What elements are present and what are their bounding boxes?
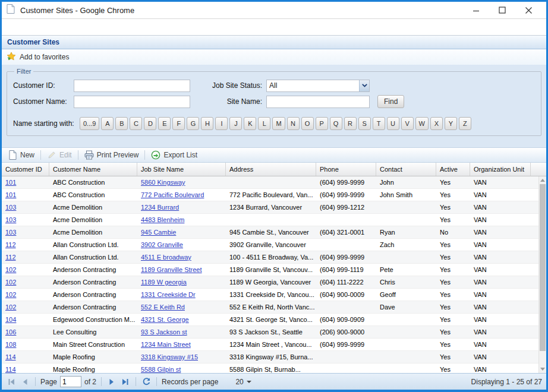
customer-id-link[interactable]: 103: [5, 204, 16, 211]
job-site-name-link[interactable]: 1189 Granville Street: [141, 266, 202, 273]
maximize-button[interactable]: [489, 2, 515, 18]
table-row[interactable]: 106Lee Consulting93 S Jackson st93 S Jac…: [2, 326, 538, 339]
job-site-name-link[interactable]: 1234 Burrard: [141, 204, 179, 211]
alpha-button-D[interactable]: D: [144, 117, 156, 130]
alpha-button-X[interactable]: X: [430, 117, 443, 130]
alpha-button-E[interactable]: E: [158, 117, 171, 130]
table-row[interactable]: 114Maple Roofing3318 Kingsway #153318 Ki…: [2, 351, 538, 363]
alpha-button-L[interactable]: L: [258, 117, 270, 130]
alpha-button-V[interactable]: V: [401, 117, 414, 130]
alpha-button-C[interactable]: C: [130, 117, 142, 130]
alpha-button-09[interactable]: 0...9: [80, 117, 99, 130]
job-site-name-link[interactable]: 1331 Creekside Dr: [141, 291, 196, 298]
customer-id-link[interactable]: 103: [5, 229, 16, 236]
find-button[interactable]: Find: [377, 95, 404, 108]
customer-id-link[interactable]: 108: [5, 341, 16, 348]
job-site-name-link[interactable]: 1189 W georgia: [141, 279, 187, 286]
customer-id-link[interactable]: 112: [5, 254, 16, 261]
table-row[interactable]: 112Allan Construction Ltd.4511 E broadwa…: [2, 251, 538, 264]
alpha-button-K[interactable]: K: [244, 117, 256, 130]
customer-id-link[interactable]: 102: [5, 279, 16, 286]
job-site-name-link[interactable]: 945 Cambie: [141, 229, 176, 236]
customer-id-link[interactable]: 101: [5, 179, 16, 186]
alpha-button-S[interactable]: S: [358, 117, 371, 130]
alpha-button-U[interactable]: U: [387, 117, 399, 130]
last-page-button[interactable]: [120, 377, 131, 387]
job-site-name-link[interactable]: 552 E Keith Rd: [141, 304, 185, 311]
alpha-button-Z[interactable]: Z: [459, 117, 471, 130]
table-row[interactable]: 103Acme Demolition4483 BlenheimYesVAN: [2, 214, 538, 226]
job-site-name-link[interactable]: 5588 Gilpin st: [141, 366, 181, 373]
job-site-name-link[interactable]: 772 Pacific Boulevard: [141, 191, 204, 198]
alpha-button-W[interactable]: W: [415, 117, 429, 130]
customer-id-input[interactable]: [74, 80, 190, 92]
scroll-up-button[interactable]: [539, 176, 546, 184]
table-row[interactable]: 114Maple Roofing5588 Gilpin st5588 Gilpi…: [2, 363, 538, 373]
column-header[interactable]: Phone: [316, 163, 376, 176]
alpha-button-J[interactable]: J: [229, 117, 242, 130]
add-to-favorites-link[interactable]: Add to favorites: [20, 53, 69, 61]
table-row[interactable]: 102Anderson Contracting1331 Creekside Dr…: [2, 289, 538, 301]
alpha-button-Q[interactable]: Q: [330, 117, 342, 130]
column-header[interactable]: Customer Name: [49, 163, 137, 176]
job-site-name-link[interactable]: 4483 Blenheim: [141, 216, 184, 223]
job-site-name-link[interactable]: 4321 St. George: [141, 316, 189, 323]
close-button[interactable]: [515, 2, 541, 18]
customer-name-input[interactable]: [74, 96, 190, 108]
column-header[interactable]: Address: [226, 163, 316, 176]
table-row[interactable]: 101ABC Construction772 Pacific Boulevard…: [2, 189, 538, 201]
alpha-button-F[interactable]: F: [172, 117, 185, 130]
table-row[interactable]: 112Allan Construction Ltd.3902 Granville…: [2, 239, 538, 251]
vertical-scrollbar[interactable]: [538, 176, 546, 373]
table-row[interactable]: 102Anderson Contracting552 E Keith Rd552…: [2, 301, 538, 314]
table-row[interactable]: 103Acme Demolition945 Cambie945 Cambie S…: [2, 226, 538, 239]
alpha-button-N[interactable]: N: [287, 117, 300, 130]
customer-id-link[interactable]: 106: [5, 328, 16, 336]
job-site-name-link[interactable]: 4511 E broadway: [141, 254, 191, 261]
job-site-name-link[interactable]: 93 S Jackson st: [141, 328, 187, 336]
customer-id-link[interactable]: 103: [5, 216, 16, 223]
customer-id-link[interactable]: 114: [5, 366, 16, 373]
job-site-status-select[interactable]: All: [266, 80, 370, 92]
customer-id-link[interactable]: 102: [5, 266, 16, 273]
window-titlebar[interactable]: Customer Sites - Google Chrome: [2, 2, 546, 19]
records-per-page-select[interactable]: 20: [235, 378, 251, 386]
job-site-name-link[interactable]: 3902 Granville: [141, 241, 183, 248]
alpha-button-I[interactable]: I: [215, 117, 228, 130]
alpha-button-G[interactable]: G: [187, 117, 199, 130]
scrollbar-track[interactable]: [539, 184, 546, 365]
scrollbar-thumb[interactable]: [540, 184, 546, 351]
refresh-button[interactable]: [141, 377, 152, 387]
alpha-button-T[interactable]: T: [373, 117, 385, 130]
table-row[interactable]: 108Main Street Construction1234 Main Str…: [2, 339, 538, 351]
alpha-button-O[interactable]: O: [301, 117, 314, 130]
alpha-button-Y[interactable]: Y: [445, 117, 457, 130]
table-row[interactable]: 102Anderson Contracting1189 W georgia118…: [2, 276, 538, 289]
chevron-down-icon[interactable]: [359, 80, 369, 91]
print-preview-button[interactable]: Print Preview: [81, 148, 143, 162]
job-site-name-link[interactable]: 3318 Kingsway #15: [141, 353, 198, 361]
customer-id-link[interactable]: 104: [5, 316, 16, 323]
job-site-name-link[interactable]: 5860 Kingsway: [141, 179, 185, 186]
page-number-input[interactable]: [60, 376, 81, 387]
alpha-button-P[interactable]: P: [316, 117, 328, 130]
table-row[interactable]: 102Anderson Contracting1189 Granville St…: [2, 264, 538, 276]
alpha-button-H[interactable]: H: [201, 117, 213, 130]
customer-id-link[interactable]: 101: [5, 191, 16, 198]
site-name-input[interactable]: [266, 96, 370, 108]
table-row[interactable]: 103Acme Demolition1234 Burrard1234 Burra…: [2, 201, 538, 214]
alpha-button-A[interactable]: A: [101, 117, 114, 130]
alpha-button-M[interactable]: M: [272, 117, 285, 130]
minimize-button[interactable]: [463, 2, 489, 18]
customer-id-link[interactable]: 112: [5, 241, 16, 248]
alpha-button-R[interactable]: R: [344, 117, 357, 130]
export-list-button[interactable]: Export List: [147, 148, 201, 162]
next-page-button[interactable]: [106, 377, 117, 387]
job-site-name-link[interactable]: 1234 Main Street: [141, 341, 191, 348]
scroll-down-button[interactable]: [539, 365, 546, 373]
column-header[interactable]: Active: [436, 163, 470, 176]
first-page-button[interactable]: [6, 377, 17, 387]
customer-id-link[interactable]: 102: [5, 291, 16, 298]
new-button[interactable]: New: [5, 148, 38, 162]
column-header[interactable]: Customer ID: [2, 163, 49, 176]
